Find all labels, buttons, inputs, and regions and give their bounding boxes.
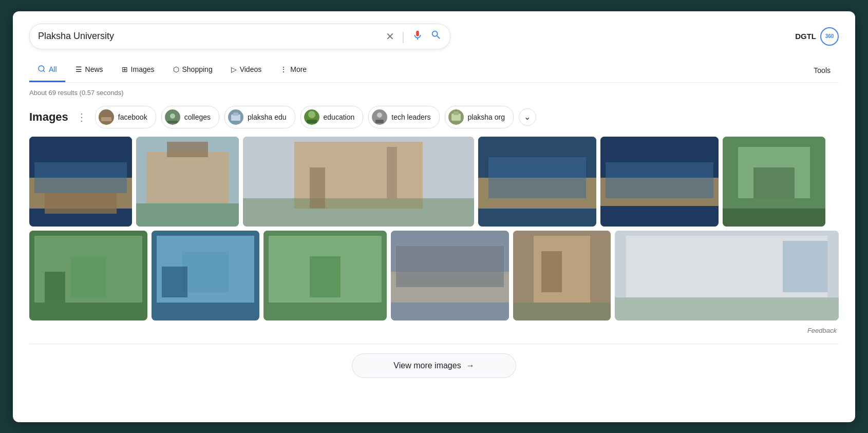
svg-rect-43 [70, 256, 106, 297]
image-cell-2-1[interactable] [29, 231, 147, 321]
image-cell-1-6[interactable] [723, 137, 825, 227]
chip-tech-leaders-label: tech leaders [391, 113, 430, 121]
svg-rect-2 [101, 117, 111, 121]
chip-education-label: education [324, 113, 355, 121]
svg-rect-61 [783, 241, 827, 292]
mic-icon[interactable] [412, 30, 423, 43]
svg-point-13 [377, 112, 382, 118]
svg-rect-47 [182, 251, 229, 292]
svg-rect-51 [310, 256, 341, 297]
svg-point-10 [308, 111, 315, 118]
image-cell-1-2[interactable] [136, 137, 239, 227]
tools-button[interactable]: Tools [805, 60, 839, 81]
tab-all[interactable]: All [29, 59, 65, 82]
chip-plaksha-edu[interactable]: plaksha edu [224, 106, 295, 128]
image-cell-2-6[interactable] [615, 231, 839, 321]
chip-avatar-plaksha-org [448, 109, 464, 125]
svg-rect-21 [45, 193, 117, 214]
image-cell-1-3[interactable] [243, 137, 474, 227]
svg-rect-62 [615, 297, 839, 321]
svg-rect-39 [753, 167, 795, 198]
svg-rect-20 [34, 162, 127, 193]
images-icon: ⊞ [122, 65, 128, 73]
svg-rect-28 [243, 198, 474, 227]
chip-tech-leaders[interactable]: tech leaders [368, 106, 439, 128]
dgtl-badge[interactable]: DGTL 360 [795, 27, 839, 46]
chip-avatar-facebook [99, 109, 114, 125]
feedback-row: Feedback [29, 327, 839, 334]
image-row-2 [29, 231, 839, 321]
svg-rect-17 [454, 111, 459, 115]
svg-rect-36 [606, 162, 713, 198]
chip-facebook[interactable]: facebook [95, 106, 156, 128]
image-row-1 [29, 137, 839, 227]
svg-rect-25 [136, 203, 239, 227]
svg-rect-33 [488, 157, 586, 198]
chip-colleges[interactable]: colleges [161, 106, 219, 128]
view-more-row: View more images → [29, 353, 839, 378]
view-more-images-button[interactable]: View more images → [352, 353, 516, 378]
svg-point-4 [170, 114, 175, 119]
image-cell-1-4[interactable] [478, 137, 596, 227]
chip-plaksha-edu-label: plaksha edu [248, 113, 287, 121]
svg-rect-8 [233, 112, 238, 116]
tab-news-label: News [85, 65, 103, 73]
tab-videos[interactable]: ▷ Videos [223, 59, 270, 81]
svg-rect-23 [146, 152, 229, 203]
search-button[interactable] [430, 29, 442, 44]
tab-shopping[interactable]: ⬡ Shopping [165, 59, 221, 81]
svg-rect-58 [513, 303, 611, 321]
browser-frame: ✕ | DGTL 360 [13, 11, 855, 422]
image-cell-2-5[interactable] [513, 231, 611, 321]
dgtl-circle: 360 [820, 27, 839, 46]
svg-rect-24 [167, 142, 208, 157]
tab-videos-label: Videos [240, 65, 262, 73]
search-bar-row: ✕ | DGTL 360 [29, 24, 839, 49]
tab-more-label: More [290, 65, 307, 73]
tab-more[interactable]: ⋮ More [272, 59, 315, 81]
image-cell-1-1[interactable] [29, 137, 132, 227]
tab-shopping-label: Shopping [182, 65, 213, 73]
clear-icon[interactable]: ✕ [386, 30, 394, 43]
svg-rect-5 [167, 121, 178, 123]
nav-tabs: All ☰ News ⊞ Images ⬡ Shopping ▷ Videos … [29, 59, 839, 83]
shopping-icon: ⬡ [173, 65, 179, 73]
svg-rect-44 [45, 272, 65, 303]
tab-images-label: Images [131, 65, 155, 73]
feedback-label[interactable]: Feedback [807, 327, 837, 334]
results-count: About 69 results (0.57 seconds) [29, 89, 839, 97]
chip-plaksha-org[interactable]: plaksha org [445, 106, 514, 128]
svg-rect-48 [162, 267, 187, 297]
more-icon: ⋮ [280, 65, 287, 73]
view-more-arrow-icon: → [466, 361, 475, 370]
section-divider [29, 344, 839, 344]
dgtl-label: DGTL [795, 32, 816, 41]
news-icon: ☰ [76, 65, 82, 73]
search-icons: ✕ | [386, 29, 442, 44]
images-more-options-icon[interactable]: ⋮ [77, 111, 87, 123]
chip-avatar-tech-leaders [372, 109, 387, 125]
image-cell-2-2[interactable] [152, 231, 259, 321]
svg-rect-11 [307, 120, 317, 123]
chip-education[interactable]: education [300, 106, 364, 128]
image-cell-1-5[interactable] [600, 137, 719, 227]
chip-expand-button[interactable]: ⌄ [519, 108, 536, 126]
chip-facebook-label: facebook [118, 113, 147, 121]
svg-rect-14 [375, 120, 384, 123]
view-more-label: View more images [393, 361, 461, 370]
svg-point-0 [39, 66, 44, 71]
videos-icon: ▷ [231, 65, 237, 73]
tab-news[interactable]: ☰ News [67, 59, 111, 81]
tab-images[interactable]: ⊞ Images [114, 59, 163, 81]
chip-colleges-label: colleges [184, 113, 211, 121]
image-cell-2-3[interactable] [263, 231, 387, 321]
svg-rect-57 [541, 251, 562, 292]
image-cell-2-4[interactable] [391, 231, 509, 321]
divider: | [402, 29, 405, 44]
svg-rect-40 [723, 209, 825, 227]
all-icon [37, 65, 46, 74]
search-box: ✕ | [29, 24, 450, 49]
tab-all-label: All [49, 65, 57, 73]
search-input[interactable] [38, 31, 386, 42]
filter-chips: facebook colleges plaksha edu education [95, 106, 536, 128]
